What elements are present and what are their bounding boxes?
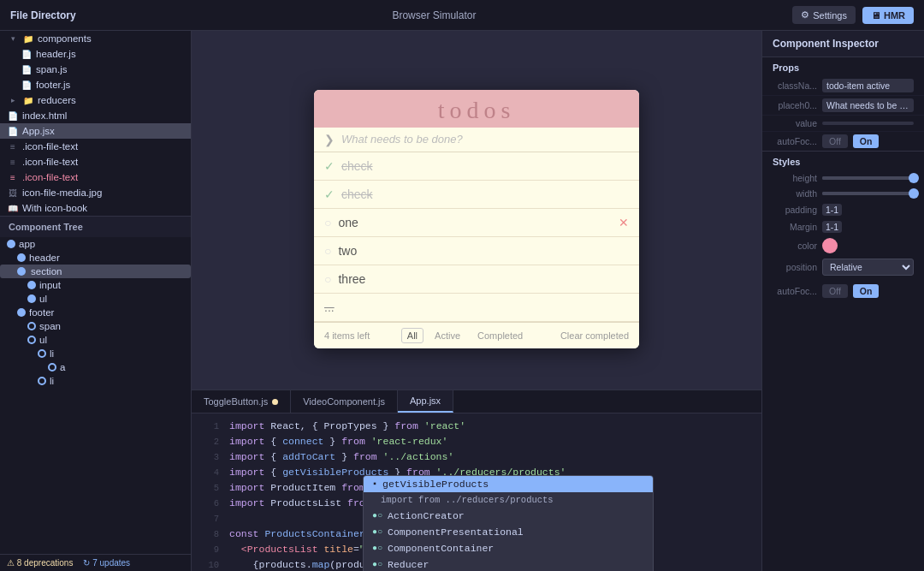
node-dot [17,253,26,262]
file-icon: 📄 [21,63,33,75]
prop-name-autofocus: autoFoc... [773,136,817,146]
file-header-js[interactable]: 📄 header.js [0,46,191,62]
comp-label: ul [39,335,47,345]
file-icon-text-2[interactable]: ≡ .icon-file-text [0,154,191,170]
height-slider[interactable] [822,176,914,180]
comp-node-app[interactable]: app [0,237,191,251]
position-select[interactable]: Relative Absolute Fixed Static Sticky [822,259,914,276]
prop-value-placeholder: What needs to be d... [822,98,914,112]
ac-item-reducer[interactable]: ●○ Reducer [364,556,653,571]
file-label: header.js [36,49,76,59]
refresh-icon: ↻ [83,558,90,568]
file-index-html[interactable]: 📄 index.html [0,108,191,123]
todo-app: todos ❯ What needs to be done? ✓ check ✓… [314,90,639,348]
tab-completed[interactable]: Completed [471,328,529,343]
width-slider[interactable] [822,192,914,195]
todo-item-one[interactable]: ○ one ✕ [314,209,639,237]
file-icon: 📄 [21,79,33,91]
autofocus-off-button2[interactable]: Off [822,284,848,298]
file-icon-text-1[interactable]: ≡ .icon-file-text [0,139,191,154]
comp-node-header[interactable]: header [0,251,191,265]
file-icon: ≡ [7,156,19,168]
todo-item-text-one: one [338,216,612,229]
style-name-padding: padding [773,205,817,215]
folder-reducers[interactable]: ▸ 📁 reducers [0,92,191,108]
second-autofocus-row: autoFoc... Off On [762,282,924,300]
comp-node-section[interactable]: section [0,265,191,278]
code-editor[interactable]: 1 import React, { PropTypes } from 'reac… [192,413,761,571]
todo-item-two[interactable]: ○ two [314,237,639,265]
dots-text: ... [324,300,629,314]
todo-input-placeholder: What needs to be done? [341,133,463,146]
todo-item-three[interactable]: ○ three [314,265,639,294]
todo-title: todos [328,97,625,124]
node-dot [7,240,15,248]
file-label: .icon-file-text [22,141,78,152]
comp-node-ul-1[interactable]: ul [0,292,191,306]
settings-button[interactable]: ⚙ Settings [792,6,856,24]
comp-node-ul-2[interactable]: ul [0,333,191,347]
file-icon-text-3[interactable]: ≡ .icon-file-text [0,170,191,185]
chevron-down-icon: ▾ [7,33,19,45]
delete-icon[interactable]: ✕ [619,216,629,229]
ac-box-icon: ▪ [372,479,377,489]
color-picker[interactable] [822,238,838,253]
tab-appjsx[interactable]: App.jsx [398,390,453,413]
tab-togglebutton[interactable]: ToggleButton.js [192,390,291,413]
ac-item-component-pres[interactable]: ●○ ComponentPresentational [364,524,653,540]
prop-name-classname: classNa... [773,80,817,91]
warnings-label: ⚠ 8 deprecations [7,558,73,568]
file-span-js[interactable]: 📄 span.js [0,62,191,77]
style-name-height: height [773,173,817,183]
file-footer-js[interactable]: 📄 footer.js [0,77,191,92]
tab-videocomponent[interactable]: VideoComponent.js [291,390,398,413]
right-panel: Component Inspector Props classNa... tod… [761,31,924,571]
slider-thumb[interactable] [909,173,919,183]
tab-all[interactable]: All [401,328,424,343]
ac-item-actioncreator[interactable]: ●○ ActionCreator [364,508,653,524]
comp-node-span[interactable]: span [0,319,191,333]
tab-active[interactable]: Active [429,328,466,343]
style-name-color: color [773,241,817,251]
autofocus-off-button[interactable]: Off [822,134,848,148]
todo-item-text: check [341,159,629,173]
hmr-button[interactable]: 🖥 HMR [862,7,914,24]
tab-label: App.jsx [410,396,441,406]
todo-item[interactable]: ✓ check [314,152,639,181]
file-icon-book[interactable]: 📖 With icon-book [0,200,191,216]
comp-node-li-1[interactable]: li [0,347,191,360]
prop-name-autofocus2: autoFoc... [773,286,817,296]
node-dot [27,281,36,289]
todo-item[interactable]: ✓ check [314,181,639,209]
file-icon-media[interactable]: 🖼 icon-file-media.jpg [0,185,191,200]
ac-selected-label: getVisibleProducts [382,479,489,490]
comp-node-footer[interactable]: footer [0,306,191,319]
warning-icon: ⚠ [7,558,15,568]
comp-node-input[interactable]: input [0,278,191,292]
file-app-jsx[interactable]: 📄 App.jsx [0,123,191,139]
comp-node-li-2[interactable]: li [0,374,191,388]
style-value-margin: 1-1 [822,221,842,233]
style-margin: Margin 1-1 [762,218,924,235]
ac-item-component-cont[interactable]: ●○ ComponentContainer [364,540,653,556]
clear-completed-btn[interactable]: Clear completed [560,330,629,341]
autofocus-on-button[interactable]: On [853,134,880,148]
prop-value-classname: todo-item active [822,79,914,92]
component-tree-section: Component Tree app header section input [0,216,191,554]
comp-label: ul [39,294,47,304]
folder-components[interactable]: ▾ 📁 components [0,31,191,46]
autocomplete-selected-item[interactable]: ▪ getVisibleProducts [364,476,653,492]
file-label: span.js [36,64,67,74]
circle-icon: ○ [324,272,331,286]
checkmark-icon: ✓ [324,159,335,173]
comp-node-a[interactable]: a [0,360,191,374]
autofocus-on-button2[interactable]: On [853,284,880,298]
file-icon: 📄 [7,110,19,122]
style-height: height [762,170,924,186]
slider-thumb[interactable] [909,188,919,199]
editor-tabs: ToggleButton.js VideoComponent.js App.js… [192,390,761,413]
file-icon: ≡ [7,140,19,152]
todo-input-row[interactable]: ❯ What needs to be done? [314,128,639,152]
file-label: index.html [22,110,67,121]
autocomplete-dropdown[interactable]: ▪ getVisibleProducts import from ../redu… [363,475,654,571]
